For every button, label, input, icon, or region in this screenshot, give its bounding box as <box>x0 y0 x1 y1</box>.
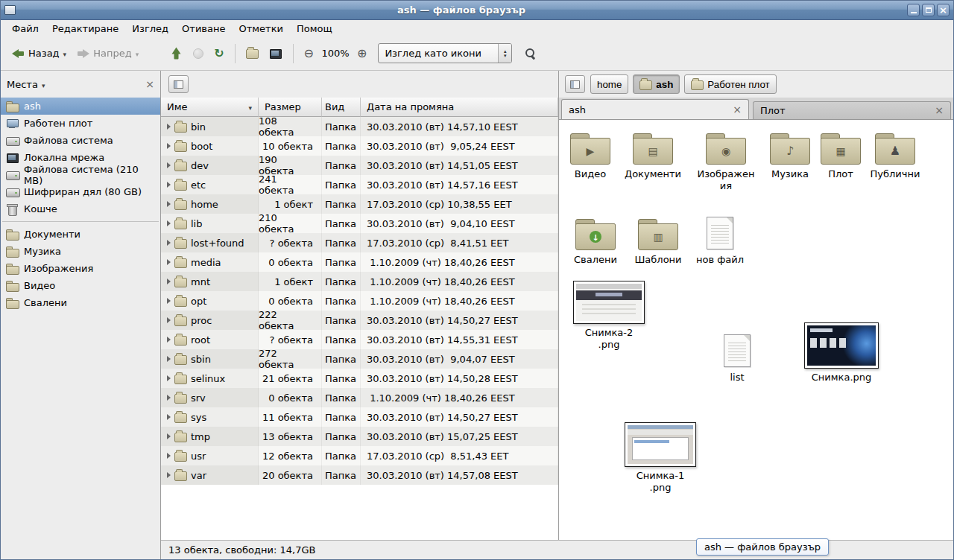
table-row[interactable]: boot 10 обекта Папка 30.03.2010 (вт) 9,0… <box>161 136 558 156</box>
combo-spinner-icon[interactable]: ▴▾ <box>498 44 511 63</box>
sidebar-place-item[interactable]: Файлова система <box>1 132 160 149</box>
tab[interactable]: Плот <box>753 101 951 119</box>
table-row[interactable]: root ? обекта Папка 30.03.2010 (вт) 14,5… <box>161 330 558 349</box>
expander-icon[interactable] <box>167 298 171 304</box>
table-row[interactable]: proc 222 обекта Папка 30.03.2010 (вт) 14… <box>161 311 558 330</box>
tab[interactable]: ash <box>561 99 749 119</box>
table-row[interactable]: etc 241 обекта Папка 30.03.2010 (вт) 14,… <box>161 175 558 194</box>
table-row[interactable]: bin 108 обекта Папка 30.03.2010 (вт) 14,… <box>161 117 558 136</box>
expander-icon[interactable] <box>167 143 171 149</box>
sidebar-title[interactable]: Места <box>7 79 38 90</box>
sidebar-place-item[interactable]: Музика <box>1 243 160 260</box>
expander-icon[interactable] <box>167 375 171 381</box>
grid-item[interactable]: нов файл <box>689 215 751 266</box>
expander-icon[interactable] <box>167 279 171 284</box>
expander-icon[interactable] <box>167 124 171 130</box>
column-header-type[interactable]: Вид <box>322 98 361 117</box>
table-row[interactable]: sys 11 обекта Папка 30.03.2010 (вт) 14,5… <box>161 407 558 427</box>
sidebar-place-item[interactable]: Шифриран дял (80 GB) <box>1 183 160 200</box>
sidebar-place-item[interactable]: Файлова система (210 MB) <box>1 166 160 183</box>
grid-item[interactable]: Видео <box>559 130 622 180</box>
table-row[interactable]: selinux 21 обекта Папка 30.03.2010 (вт) … <box>161 369 558 388</box>
expander-icon[interactable] <box>167 395 171 401</box>
reload-button[interactable] <box>209 41 229 66</box>
sidebar-close-icon[interactable] <box>145 79 154 90</box>
grid-item[interactable]: Изображения <box>695 130 757 193</box>
computer-button[interactable] <box>264 41 288 66</box>
menu-item[interactable]: Изглед <box>125 22 175 36</box>
sidebar-place-item[interactable]: Документи <box>1 226 160 243</box>
breadcrumb-button[interactable]: ash <box>633 74 680 94</box>
pane-toggle-button[interactable] <box>565 75 585 93</box>
table-row[interactable]: dev 190 обекта Папка 30.03.2010 (вт) 14,… <box>161 156 558 175</box>
table-row[interactable]: lost+found ? обекта Папка 17.03.2010 (ср… <box>161 233 558 252</box>
minimize-button[interactable] <box>907 4 920 16</box>
chevron-down-icon[interactable] <box>42 79 45 90</box>
table-row[interactable]: mnt 1 обект Папка 1.10.2009 (чт) 18,40,2… <box>161 272 558 291</box>
table-row[interactable]: srv 0 обекта Папка 1.10.2009 (чт) 18,40,… <box>161 388 558 407</box>
table-row[interactable]: sbin 272 обекта Папка 30.03.2010 (вт) 9,… <box>161 349 558 369</box>
grid-item[interactable]: Снимка-2.png <box>578 281 640 351</box>
back-button[interactable]: Назад <box>7 41 72 66</box>
expander-icon[interactable] <box>167 220 171 226</box>
grid-item[interactable]: Снимка-1.png <box>629 422 692 494</box>
expander-icon[interactable] <box>167 472 171 478</box>
menu-item[interactable]: Редактиране <box>45 22 125 36</box>
grid-item[interactable]: Плот <box>809 130 872 180</box>
grid-item[interactable]: Свалени <box>564 215 627 266</box>
expander-icon[interactable] <box>167 356 171 362</box>
table-row[interactable]: opt 0 обекта Папка 1.10.2009 (чт) 18,40,… <box>161 291 558 311</box>
expander-icon[interactable] <box>167 414 171 420</box>
grid-item[interactable]: Документи <box>622 130 684 180</box>
grid-item[interactable]: Снимка.png <box>810 322 873 384</box>
expander-icon[interactable] <box>167 162 171 168</box>
menu-item[interactable]: Отиване <box>175 22 232 36</box>
sidebar-place-item[interactable]: Свалени <box>1 294 160 311</box>
column-header-name[interactable]: Име <box>161 98 259 117</box>
maximize-button[interactable] <box>922 4 935 16</box>
breadcrumb-button[interactable]: home <box>590 74 628 94</box>
home-button[interactable] <box>241 41 264 66</box>
sidebar-place-item[interactable]: Работен плот <box>1 115 160 132</box>
table-row[interactable]: media 0 обекта Папка 1.10.2009 (чт) 18,4… <box>161 252 558 272</box>
sidebar-place-item[interactable]: Видео <box>1 277 160 294</box>
grid-item[interactable]: list <box>706 333 768 384</box>
expander-icon[interactable] <box>167 259 171 265</box>
table-row[interactable]: var 20 обекта Папка 30.03.2010 (вт) 14,5… <box>161 465 558 485</box>
search-button[interactable] <box>519 41 541 66</box>
view-mode-select[interactable]: Изглед като икони ▴▾ <box>378 43 512 63</box>
table-row[interactable]: lib 210 обекта Папка 30.03.2010 (вт) 9,0… <box>161 214 558 233</box>
back-history-chevron-icon[interactable] <box>63 48 67 59</box>
grid-item[interactable]: Публични <box>864 130 926 180</box>
sidebar-place-item[interactable]: Изображения <box>1 260 160 277</box>
zoom-in-button[interactable] <box>352 41 372 66</box>
column-header-size[interactable]: Размер <box>259 98 322 117</box>
tab-close-icon[interactable] <box>935 105 944 116</box>
expander-icon[interactable] <box>167 453 171 459</box>
zoom-out-button[interactable] <box>299 41 319 66</box>
sidebar-place-item[interactable]: Кошче <box>1 200 160 217</box>
close-button[interactable] <box>937 4 950 16</box>
expander-icon[interactable] <box>167 433 171 439</box>
expander-icon[interactable] <box>167 182 171 188</box>
column-header-date[interactable]: Дата на промяна <box>361 98 558 117</box>
menu-item[interactable]: Помощ <box>290 22 339 36</box>
breadcrumb-button[interactable]: Работен плот <box>684 74 776 94</box>
tab-close-icon[interactable] <box>733 104 742 115</box>
sidebar-place-item[interactable]: ash <box>1 98 160 115</box>
table-row[interactable]: home 1 обект Папка 17.03.2010 (ср) 10,38… <box>161 194 558 214</box>
grid-item[interactable]: Шаблони <box>627 215 689 266</box>
stop-button[interactable] <box>188 41 209 66</box>
table-row[interactable]: tmp 13 обекта Папка 30.03.2010 (вт) 15,0… <box>161 427 558 446</box>
up-button[interactable] <box>165 41 188 66</box>
pane-toggle-button[interactable] <box>168 75 189 93</box>
titlebar[interactable]: ash — файлов браузър <box>1 1 953 20</box>
expander-icon[interactable] <box>167 317 171 323</box>
taskbar-window-label[interactable]: ash — файлов браузър <box>696 538 829 556</box>
expander-icon[interactable] <box>167 240 171 246</box>
expander-icon[interactable] <box>167 337 171 343</box>
menu-item[interactable]: Отметки <box>232 22 289 36</box>
expander-icon[interactable] <box>167 201 171 207</box>
menu-item[interactable]: Файл <box>5 22 45 36</box>
table-row[interactable]: usr 12 обекта Папка 17.03.2010 (ср) 8,51… <box>161 446 558 465</box>
